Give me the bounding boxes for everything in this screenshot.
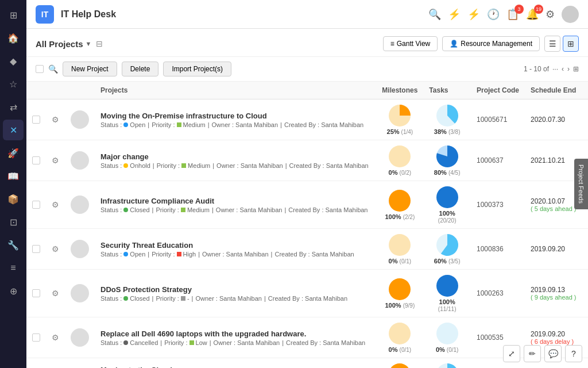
row-avatar-cell xyxy=(65,140,95,181)
user-avatar[interactable] xyxy=(562,6,579,23)
row-milestone-cell: 100% (9/9) xyxy=(376,270,423,317)
header-code-col[interactable]: Project Code xyxy=(471,82,525,99)
import-button[interactable]: Import Project(s) xyxy=(163,62,231,76)
next-page-button[interactable]: › xyxy=(567,65,570,73)
select-all-checkbox[interactable] xyxy=(36,65,44,73)
row-milestone-cell: 0% (0/2) xyxy=(376,140,423,181)
nav-projects-icon[interactable]: ✕ xyxy=(3,120,24,140)
project-name[interactable]: Security Threat Education xyxy=(100,241,370,250)
nav-wrench-icon[interactable]: 🔧 xyxy=(3,235,24,255)
avatar xyxy=(71,284,89,302)
row-tasks-cell: 80% (4/5) xyxy=(423,140,471,181)
row-gear-icon[interactable]: ⚙ xyxy=(52,156,59,165)
priority-dot xyxy=(181,163,186,168)
history-icon[interactable]: 🕐 xyxy=(487,8,500,21)
row-checkbox[interactable] xyxy=(32,245,40,253)
new-project-button[interactable]: New Project xyxy=(63,62,117,76)
nav-star-icon[interactable]: ☆ xyxy=(3,74,24,94)
project-feeds-tab[interactable]: Project Feeds xyxy=(574,159,588,209)
project-meta: Status : Open | Priority : Medium | Owne… xyxy=(100,121,370,128)
row-milestone-cell: 0% (0/1) xyxy=(376,317,423,358)
edit-icon[interactable]: ✏ xyxy=(524,345,541,362)
row-checkbox[interactable] xyxy=(32,201,40,209)
gantt-view-button[interactable]: ≡ Gantt View xyxy=(383,36,438,51)
row-gear-cell: ⚙ xyxy=(46,229,65,270)
nav-menu-icon[interactable]: ≡ xyxy=(3,258,24,278)
project-name[interactable]: Moving to the Cloud xyxy=(100,366,370,369)
row-checkbox[interactable] xyxy=(32,116,40,124)
project-name[interactable]: Major change xyxy=(100,152,370,161)
row-avatar-cell xyxy=(65,270,95,317)
row-project-code: 1000637 xyxy=(471,140,525,181)
header-tasks-col[interactable]: Tasks xyxy=(423,82,471,99)
settings-icon[interactable]: ⚙ xyxy=(546,8,555,21)
project-name[interactable]: Infrastructure Compliance Audit xyxy=(100,197,370,205)
row-project-cell: Moving the On-Premise infrastructure to … xyxy=(95,99,376,140)
notification-icon[interactable]: 📋 3 xyxy=(506,8,519,21)
grid-layout-button[interactable]: ⊞ xyxy=(573,65,579,73)
nav-box-icon[interactable]: 📦 xyxy=(3,189,24,209)
header-projects-col[interactable]: Projects xyxy=(95,82,376,99)
row-schedule-end: 2019.09.13 ( 9 days ahead ) xyxy=(525,270,588,317)
svg-point-2 xyxy=(389,145,411,167)
row-gear-cell: ⚙ xyxy=(46,140,65,181)
comment-icon[interactable]: 💬 xyxy=(544,345,562,362)
row-checkbox[interactable] xyxy=(32,156,40,164)
row-checkbox-cell xyxy=(26,181,46,229)
row-tasks-cell: 100% (20/20) xyxy=(423,181,471,229)
row-project-code: 1000373 xyxy=(471,181,525,229)
project-name[interactable]: Moving the On-Premise infrastructure to … xyxy=(100,112,370,120)
bolt-icon[interactable]: ⚡ xyxy=(448,8,461,21)
header-schedule-col[interactable]: Schedule End xyxy=(525,82,588,99)
main-area: IT IT Help Desk 🔍 ⚡ ⚡ 🕐 📋 3 🔔 19 ⚙ xyxy=(26,0,588,368)
grid-view-button[interactable]: ⊞ xyxy=(563,36,579,52)
project-name[interactable]: DDoS Protection Strategy xyxy=(100,285,370,294)
filter-icon[interactable]: ⊟ xyxy=(96,39,103,48)
row-project-cell: DDoS Protection Strategy Status : Closed… xyxy=(95,270,376,317)
nav-add-icon[interactable]: ⊕ xyxy=(3,281,24,301)
zap-icon[interactable]: ⚡ xyxy=(467,8,480,21)
row-gear-icon[interactable]: ⚙ xyxy=(52,333,59,342)
nav-home-icon[interactable]: 🏠 xyxy=(3,28,24,48)
row-gear-icon[interactable]: ⚙ xyxy=(52,115,59,124)
project-name[interactable]: Replace all Dell 4690 laptops with the u… xyxy=(100,329,370,338)
chevron-down-icon[interactable]: ▼ xyxy=(86,40,92,47)
row-tasks-cell: 0% (0/1) xyxy=(423,317,471,358)
alert-icon[interactable]: 🔔 19 xyxy=(526,8,539,21)
app-title: IT Help Desk xyxy=(61,9,421,20)
expand-icon[interactable]: ⤢ xyxy=(503,345,520,362)
row-gear-icon[interactable]: ⚙ xyxy=(52,289,59,298)
row-gear-icon[interactable]: ⚙ xyxy=(52,200,59,209)
content-area: All Projects ▼ ⊟ ≡ Gantt View 👤 Resource… xyxy=(26,29,588,368)
toolbar: 🔍 New Project Delete Import Project(s) 1… xyxy=(26,57,588,82)
nav-grid2-icon[interactable]: ⊡ xyxy=(3,212,24,232)
tasks-label: 80% (4/5) xyxy=(429,169,465,176)
avatar xyxy=(71,240,89,258)
row-checkbox[interactable] xyxy=(32,289,40,297)
help-icon[interactable]: ? xyxy=(565,345,582,362)
toolbar-search-icon[interactable]: 🔍 xyxy=(48,64,58,74)
nav-transfer-icon[interactable]: ⇄ xyxy=(3,97,24,117)
schedule-note: ( 6 days delay ) xyxy=(531,338,582,345)
list-view-button[interactable]: ☰ xyxy=(544,36,560,52)
nav-book-icon[interactable]: 📖 xyxy=(3,166,24,186)
resource-management-button[interactable]: 👤 Resource Management xyxy=(442,36,540,51)
row-checkbox[interactable] xyxy=(32,334,40,342)
milestone-label: 0% (0/1) xyxy=(382,346,417,353)
avatar xyxy=(71,328,89,347)
row-gear-cell: ⚙ xyxy=(46,358,65,369)
row-checkbox-cell xyxy=(26,317,46,358)
nav-grid-icon[interactable]: ⊞ xyxy=(3,5,24,25)
delete-button[interactable]: Delete xyxy=(122,62,159,76)
avatar xyxy=(71,195,89,214)
svg-point-12 xyxy=(389,363,411,368)
nav-diamond-icon[interactable]: ◆ xyxy=(3,51,24,71)
nav-rocket-icon[interactable]: 🚀 xyxy=(3,143,24,163)
header-milestones-col[interactable]: Milestones xyxy=(376,82,423,99)
row-gear-icon[interactable]: ⚙ xyxy=(52,244,59,254)
tasks-label: 0% (0/1) xyxy=(429,346,465,353)
milestone-label: 100% (9/9) xyxy=(382,302,417,309)
prev-page-button[interactable]: ‹ xyxy=(562,65,564,73)
resource-icon: 👤 xyxy=(450,40,458,48)
search-icon[interactable]: 🔍 xyxy=(428,8,441,21)
